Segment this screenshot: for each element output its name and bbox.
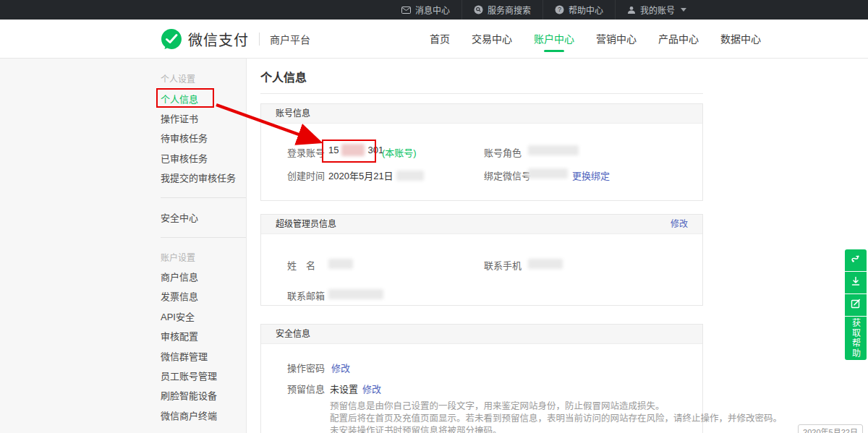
sidebar-item-invoice-info[interactable]: 发票信息 — [161, 286, 246, 306]
wechat-pay-logo-icon — [161, 28, 182, 50]
floating-side-menu: 获取帮助 — [845, 249, 867, 360]
sidebar-item-pending-review-tasks[interactable]: 待审核任务 — [161, 128, 246, 147]
security-info-panel-title: 安全信息 — [276, 329, 310, 339]
service-provider-search-label: 服务商搜索 — [488, 4, 531, 16]
brand-area[interactable]: 微信支付 商户平台 — [161, 20, 310, 59]
nav-home[interactable]: 首页 — [425, 20, 454, 59]
chevron-down-icon — [681, 8, 686, 12]
admin-name-label: 姓 名 — [287, 258, 315, 272]
nav-transaction-center[interactable]: 交易中心 — [467, 20, 516, 59]
portal-name: 商户平台 — [270, 32, 310, 46]
sidebar-item-security-center[interactable]: 安全中心 — [161, 207, 246, 227]
security-info-panel-header: 安全信息 — [261, 325, 702, 344]
message-center-label: 消息中心 — [415, 4, 450, 16]
feedback-button[interactable] — [845, 294, 867, 316]
main-nav: 首页 交易中心 账户中心 营销中心 产品中心 数据中心 — [425, 20, 765, 59]
title-divider — [260, 93, 703, 94]
user-icon — [627, 6, 636, 14]
account-info-panel-header: 账号信息 — [261, 104, 702, 124]
sidebar-list: 个人设置 个人信息 操作证书 待审核任务 已审核任务 我提交的审核任务 安全中心… — [161, 69, 246, 433]
top-utility-bar: 消息中心 服务商搜索 ? 帮助中心 我的账号 — [0, 0, 868, 20]
sidebar-item-staff-account-management[interactable]: 员工账号管理 — [161, 366, 246, 385]
link-icon — [850, 253, 861, 267]
admin-info-panel-title: 超级管理员信息 — [276, 219, 336, 229]
search-icon — [474, 5, 483, 14]
sidebar-section-personal-settings: 个人设置 — [161, 69, 246, 88]
service-provider-search-link[interactable]: 服务商搜索 — [461, 0, 542, 20]
link-button[interactable] — [845, 249, 867, 271]
reserved-info-status: 未设置 — [330, 382, 358, 395]
rebind-wechat-link[interactable]: 更换绑定 — [572, 168, 610, 182]
sidebar-item-my-submitted-review-tasks[interactable]: 我提交的审核任务 — [161, 168, 246, 187]
login-account-value: 15 301 — [328, 144, 383, 156]
brand-name: 微信支付 — [188, 29, 249, 50]
current-account-tag: (本账号) — [382, 145, 417, 159]
sidebar-divider — [161, 227, 246, 246]
reserved-info-edit-link[interactable]: 修改 — [362, 382, 381, 395]
help-center-link[interactable]: ? 帮助中心 — [542, 0, 615, 20]
sidebar-divider — [161, 187, 246, 207]
admin-info-panel: 超级管理员信息 修改 姓 名 联系手机 联系邮箱 — [260, 214, 703, 306]
reserved-info-description-line: 配置后将在首页及充值页面显示。若未看到预留信息，表明当前访问的网站存在风险，请终… — [330, 413, 782, 425]
sidebar-item-merchant-info[interactable]: 商户信息 — [161, 267, 246, 286]
sidebar-item-face-smart-device[interactable]: 刷脸智能设备 — [161, 385, 246, 405]
account-info-panel-title: 账号信息 — [276, 108, 310, 119]
top-utility-menu: 消息中心 服务商搜索 ? 帮助中心 我的账号 — [390, 0, 698, 20]
account-info-panel: 账号信息 登录账号 15 301 (本账号) 账号角色 创建时间 2020年5月… — [260, 103, 703, 201]
admin-email-redacted — [328, 289, 383, 299]
admin-name-redacted — [328, 259, 353, 269]
edit-icon — [850, 298, 861, 312]
created-time-label: 创建时间 — [287, 168, 325, 182]
operation-password-edit-link[interactable]: 修改 — [331, 361, 350, 374]
bound-wechat-label: 绑定微信号 — [484, 168, 531, 182]
operation-password-label: 操作密码 — [287, 361, 325, 374]
message-center-link[interactable]: 消息中心 — [390, 0, 461, 20]
account-role-label: 账号角色 — [484, 145, 522, 159]
sidebar-item-wechat-group-management[interactable]: 微信群管理 — [161, 346, 246, 365]
reserved-info-description-line: 预留信息是由你自己设置的一段文字，用来鉴定网站身份，防止假冒网站造成损失。 — [330, 400, 782, 413]
admin-email-label: 联系邮箱 — [287, 288, 325, 302]
reserved-info-label: 预留信息 — [287, 382, 325, 395]
login-account-suffix: 301 — [367, 145, 383, 155]
sidebar-item-review-config[interactable]: 审核配置 — [161, 326, 246, 346]
sidebar: 个人设置 个人信息 操作证书 待审核任务 已审核任务 我提交的审核任务 安全中心… — [0, 59, 247, 433]
page-title: 个人信息 — [260, 68, 307, 85]
security-info-panel: 安全信息 操作密码 修改 预留信息 未设置 修改 预留信息是由你自己设置的一段文… — [260, 324, 703, 433]
brand-divider — [259, 33, 260, 46]
bound-wechat-redacted — [528, 168, 568, 179]
question-icon: ? — [555, 5, 564, 14]
created-time-redacted — [396, 171, 424, 181]
wechat-pay-merchant-portal: 消息中心 服务商搜索 ? 帮助中心 我的账号 — [0, 0, 868, 433]
reserved-info-description-line: 未安装操作证书时预留信息将被部分掩码。 — [330, 425, 782, 433]
login-account-prefix: 15 — [328, 145, 339, 155]
account-role-redacted — [528, 145, 579, 155]
admin-edit-link[interactable]: 修改 — [671, 215, 688, 234]
svg-text:?: ? — [558, 6, 561, 13]
help-center-label: 帮助中心 — [569, 4, 603, 16]
nav-marketing-center[interactable]: 营销中心 — [592, 20, 641, 59]
sidebar-item-api-security[interactable]: API安全 — [161, 306, 246, 326]
login-account-redacted — [341, 144, 365, 156]
reserved-info-description: 预留信息是由你自己设置的一段文字，用来鉴定网站身份，防止假冒网站造成损失。 配置… — [330, 400, 782, 433]
download-icon — [850, 275, 861, 290]
my-account-menu[interactable]: 我的账号 — [615, 0, 698, 20]
created-time-text: 2020年5月21日 — [328, 168, 393, 182]
get-help-button[interactable]: 获取帮助 — [845, 317, 867, 360]
sidebar-item-wechat-merchant-terminal[interactable]: 微信商户终端 — [161, 406, 246, 425]
admin-info-panel-header: 超级管理员信息 修改 — [261, 215, 702, 234]
sidebar-item-reviewed-tasks[interactable]: 已审核任务 — [161, 148, 246, 168]
mail-icon — [401, 7, 411, 14]
admin-phone-label: 联系手机 — [484, 258, 522, 272]
sidebar-item-operation-certificate[interactable]: 操作证书 — [161, 108, 246, 128]
site-header: 微信支付 商户平台 首页 交易中心 账户中心 营销中心 产品中心 数据中心 — [0, 20, 868, 59]
sidebar-item-personal-info[interactable]: 个人信息 — [161, 88, 246, 108]
created-time-value: 2020年5月21日 — [328, 168, 424, 182]
my-account-label: 我的账号 — [640, 4, 675, 16]
download-button[interactable] — [845, 272, 867, 293]
nav-account-center[interactable]: 账户中心 — [529, 20, 579, 59]
sidebar-divider — [161, 425, 246, 433]
nav-data-center[interactable]: 数据中心 — [716, 20, 765, 59]
nav-product-center[interactable]: 产品中心 — [654, 20, 703, 59]
date-tooltip: 2020年5月22日 — [798, 424, 863, 433]
login-account-label: 登录账号 — [287, 145, 325, 159]
